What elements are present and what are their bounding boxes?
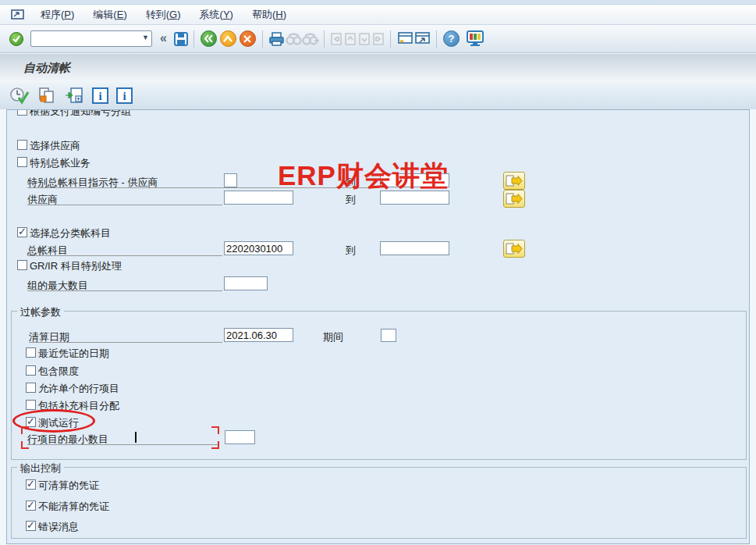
checkbox-label: 错误消息 [38, 520, 79, 534]
exit-up-button[interactable] [220, 30, 236, 47]
get-variant-icon[interactable] [37, 87, 56, 105]
toolbar-separator [436, 30, 437, 48]
menu-text: ) [283, 9, 286, 20]
menu-access-key: Y [223, 9, 230, 20]
field-label-min-items: 行项目的最小数目 [27, 433, 108, 447]
checkbox-date-last-document[interactable] [26, 347, 36, 358]
menu-item-edit[interactable]: 编辑(E) [83, 6, 136, 23]
dynamic-selections-icon[interactable] [64, 87, 84, 105]
menu-item-program[interactable]: 程序(P) [31, 6, 83, 23]
execute-icon[interactable] [9, 87, 30, 105]
checkbox-label: 允许单个的行项目 [38, 382, 119, 396]
create-shortcut-icon[interactable] [413, 31, 431, 46]
find-next-icon [302, 32, 319, 45]
output-control-groupbox [11, 467, 747, 539]
menu-bar: 程序(P) 编辑(E) 转到(G) 系统(Y) 帮助(H) [0, 5, 756, 25]
sap-window: 程序(P) 编辑(E) 转到(G) 系统(Y) 帮助(H) ▼ « [0, 0, 756, 545]
info-icon[interactable]: i [116, 87, 133, 104]
checkbox-grir-special[interactable] [17, 260, 27, 270]
clearing-date-field[interactable] [224, 328, 293, 342]
multiple-selection-button[interactable] [503, 190, 525, 208]
system-menu-icon[interactable] [9, 8, 27, 22]
multiple-selection-icon [506, 193, 523, 205]
period-field[interactable] [381, 329, 396, 342]
menu-text: 编辑( [93, 9, 116, 20]
title-band: 自动清帐 [0, 54, 756, 82]
multiple-selection-button[interactable] [503, 240, 525, 258]
field-label-clearing-date: 清算日期 [29, 330, 69, 344]
checkbox-label: 选择总分类帐科目 [30, 226, 111, 240]
menu-text: 帮助( [252, 9, 275, 20]
selection-screen-content: 根据支付通知编号分组 选择供应商 特别总帐业务 特别总帐科目指示符 - 供应商 … [0, 110, 756, 543]
enter-button[interactable] [9, 32, 23, 46]
menu-access-key: H [275, 9, 282, 20]
checkbox-include-suppl-assignment[interactable] [26, 400, 36, 410]
command-input[interactable] [33, 32, 134, 45]
checkbox-select-gl-accounts[interactable] [17, 227, 27, 237]
period-label: 期间 [323, 330, 343, 344]
menu-item-goto[interactable]: 转到(G) [137, 6, 190, 23]
svg-text:i: i [98, 90, 101, 102]
field-label-max-groups: 组的最大数目 [27, 279, 88, 293]
sgl-indicator-from-field[interactable] [224, 173, 237, 187]
to-label: 到 [346, 244, 356, 258]
checkbox-label: 特别总帐业务 [30, 156, 91, 170]
max-groups-field[interactable] [224, 276, 268, 290]
field-label-vendor: 供应商 [27, 193, 58, 207]
checkbox-include-tolerances[interactable] [26, 365, 36, 376]
menu-access-key: P [64, 9, 71, 20]
menu-text: ) [123, 9, 126, 20]
field-label-sgl-indicator: 特别总帐科目指示符 - 供应商 [27, 176, 158, 190]
help-icon[interactable]: ? [443, 30, 460, 47]
menu-text: ) [230, 9, 233, 20]
last-page-icon [371, 32, 385, 46]
menu-text: ) [71, 9, 74, 20]
toolbar-separator [390, 30, 391, 48]
groupbox-title: 输出控制 [17, 461, 64, 476]
to-label: 到 [346, 193, 356, 207]
checkbox-label: 不能清算的凭证 [38, 500, 109, 514]
checkbox-select-vendors[interactable] [17, 140, 27, 150]
menu-text: 程序( [41, 9, 64, 20]
menu-text: 转到( [146, 9, 169, 20]
checkbox-label: GR/IR 科目特别处理 [30, 259, 122, 273]
command-field[interactable]: ▼ [30, 30, 152, 47]
menu-item-help[interactable]: 帮助(H) [243, 6, 296, 23]
checkbox-label: 根据支付通知编号分组 [30, 110, 131, 119]
menu-item-system[interactable]: 系统(Y) [190, 6, 243, 23]
annotation-corner-mark [21, 426, 29, 434]
save-icon[interactable] [173, 31, 189, 47]
checkbox-not-clearable-documents[interactable] [26, 500, 36, 511]
cancel-button[interactable] [240, 30, 256, 47]
command-dropdown-icon[interactable]: ▼ [142, 34, 149, 41]
standard-toolbar: ▼ « [0, 25, 756, 53]
new-session-icon[interactable] [396, 31, 413, 46]
watermark-text: ERP财会讲堂 [278, 158, 449, 194]
multiple-selection-button[interactable] [503, 172, 525, 190]
min-items-field[interactable] [225, 430, 255, 444]
customize-layout-icon[interactable] [466, 30, 484, 47]
checkbox-label: 选择供应商 [30, 139, 80, 153]
checkbox-payment-advice-grouping[interactable] [17, 110, 27, 116]
menu-text: 系统( [200, 9, 223, 20]
gl-account-from-field[interactable] [224, 241, 293, 255]
checkbox-error-messages[interactable] [26, 521, 36, 531]
collapse-toolbar-icon[interactable]: « [160, 31, 167, 45]
text-cursor [135, 432, 137, 443]
next-page-icon [357, 32, 371, 46]
back-button[interactable] [201, 30, 217, 47]
groupbox-title: 过帐参数 [17, 305, 64, 319]
info-icon[interactable]: i [92, 87, 108, 104]
gl-account-to-field[interactable] [380, 241, 449, 255]
checkbox-permit-individual-items[interactable] [26, 383, 36, 393]
checkbox-label: 最近凭证的日期 [38, 347, 109, 361]
previous-page-icon [343, 32, 357, 46]
page-title: 自动清帐 [23, 61, 70, 76]
checkbox-label: 包含限度 [38, 365, 79, 379]
checkbox-special-gl[interactable] [17, 157, 27, 167]
checkbox-label: 可清算的凭证 [38, 479, 99, 493]
menu-text: ) [177, 9, 180, 20]
print-icon[interactable] [268, 31, 285, 47]
checkbox-clearable-documents[interactable] [26, 479, 36, 490]
toolbar-separator [193, 30, 194, 48]
